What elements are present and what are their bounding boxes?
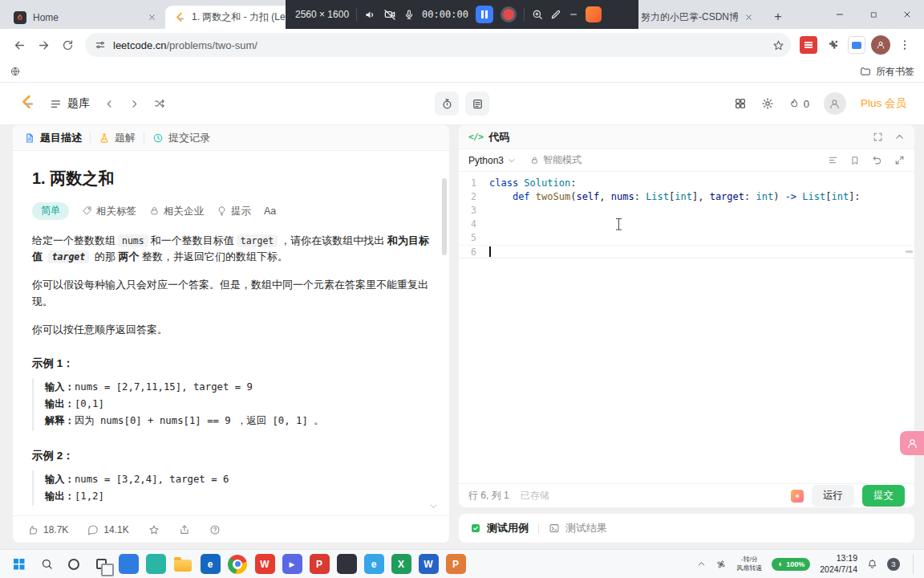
speaker-icon[interactable] <box>364 9 376 21</box>
all-bookmarks-button[interactable]: 所有书签 <box>860 65 914 79</box>
maximize-editor-icon[interactable] <box>894 155 905 165</box>
taskbar-word-icon[interactable]: W <box>415 552 441 576</box>
battery-indicator[interactable]: 100% <box>772 558 810 571</box>
like-button[interactable]: 18.7K <box>27 524 68 535</box>
new-tab-button[interactable]: + <box>768 7 788 26</box>
hint-button[interactable]: 提示 <box>217 203 251 219</box>
run-button[interactable]: 运行 <box>812 485 854 507</box>
notes-button[interactable] <box>465 92 489 116</box>
back-icon[interactable] <box>8 34 30 56</box>
notification-count-badge[interactable]: 3 <box>887 558 900 571</box>
extension-red-icon[interactable] <box>797 34 820 56</box>
test-result-tab[interactable]: 测试结果 <box>549 521 607 535</box>
extension-blue-icon[interactable] <box>845 34 868 56</box>
url-text[interactable]: leetcode.cn/problems/two-sum/ <box>113 39 257 51</box>
favorite-star-icon[interactable] <box>148 524 160 535</box>
extensions-puzzle-icon[interactable] <box>821 34 844 56</box>
code-line-1[interactable]: 1class Solution: <box>459 177 914 190</box>
daily-streak[interactable]: 0 <box>788 98 809 110</box>
taskbar-ppt-icon[interactable]: P <box>443 552 468 576</box>
taskbar-app-dark-icon[interactable] <box>334 552 359 576</box>
show-desktop-strip[interactable] <box>913 555 914 574</box>
submit-button[interactable]: 提交 <box>862 485 905 507</box>
timer-button[interactable] <box>435 92 459 116</box>
taskbar-excel-icon[interactable]: X <box>388 552 414 576</box>
language-selector[interactable]: Python3 <box>468 155 516 166</box>
maximize-button[interactable] <box>857 0 890 29</box>
taskbar-chrome-icon[interactable] <box>225 552 250 576</box>
share-icon[interactable] <box>179 524 190 535</box>
profile-avatar[interactable] <box>869 34 892 56</box>
leetcode-logo[interactable] <box>18 93 35 114</box>
code-line-5[interactable]: 5 <box>459 231 914 245</box>
taskbar-edge-icon[interactable]: e <box>197 552 223 576</box>
bookmark-globe-icon[interactable] <box>10 66 21 77</box>
close-window-button[interactable] <box>890 0 924 29</box>
ai-assistant-icon[interactable] <box>791 490 804 503</box>
browser-tab-home[interactable]: Home <box>6 6 164 29</box>
font-size-button[interactable]: Aa <box>264 203 276 219</box>
start-button[interactable] <box>6 552 32 576</box>
next-problem-icon[interactable] <box>129 99 140 109</box>
scroll-down-indicator[interactable] <box>429 502 438 511</box>
code-editor[interactable]: 1class Solution:2 def twoSum(self, nums:… <box>459 172 914 483</box>
collapse-panel-icon[interactable] <box>894 132 905 142</box>
task-view-icon[interactable] <box>88 552 114 576</box>
smart-mode-toggle[interactable]: 智能模式 <box>530 153 582 167</box>
apps-grid-icon[interactable] <box>734 97 747 110</box>
browser-menu-icon[interactable] <box>894 34 916 56</box>
feedback-floating-button[interactable] <box>900 431 924 455</box>
stop-recording-button[interactable] <box>500 6 517 22</box>
refresh-icon[interactable] <box>56 34 79 56</box>
settings-gear-icon[interactable] <box>761 97 774 110</box>
feedback-question-icon[interactable] <box>209 524 221 535</box>
plus-membership-link[interactable]: Plus 会员 <box>861 96 906 111</box>
notifications-bell-icon[interactable] <box>867 559 877 569</box>
comments-button[interactable]: 14.1K <box>87 524 128 535</box>
taskbar-app-teal-icon[interactable] <box>143 552 168 576</box>
related-tags-button[interactable]: 相关标签 <box>82 203 136 219</box>
taskbar-file-explorer-icon[interactable] <box>170 552 196 576</box>
pause-recording-button[interactable] <box>476 6 493 23</box>
cortana-icon[interactable] <box>61 552 87 576</box>
code-line-3[interactable]: 3 <box>459 204 914 218</box>
tab-solutions[interactable]: 题解 <box>99 131 136 145</box>
format-code-icon[interactable] <box>828 155 838 165</box>
prev-problem-icon[interactable] <box>104 99 115 109</box>
bookmark-code-icon[interactable] <box>850 156 860 165</box>
taskbar-pdf-app-icon[interactable]: P <box>306 552 332 576</box>
problem-bank-link[interactable]: 题库 <box>50 96 90 111</box>
minimize-recorder-icon[interactable] <box>569 10 578 19</box>
address-bar[interactable]: leetcode.cn/problems/two-sum/ <box>85 33 791 57</box>
code-line-4[interactable]: 4 <box>459 218 914 231</box>
testcase-tab[interactable]: 测试用例 <box>470 521 529 535</box>
camera-off-icon[interactable] <box>383 8 396 21</box>
bookmark-star-icon[interactable] <box>772 39 784 51</box>
taskbar-search-icon[interactable] <box>34 552 59 576</box>
taskbar-video-app-icon[interactable]: ▶ <box>279 552 305 576</box>
zoom-tool-icon[interactable] <box>532 9 543 20</box>
code-line-2[interactable]: 2 def twoSum(self, nums: List[int], targ… <box>459 190 914 204</box>
taskbar-app-blue-icon[interactable] <box>116 552 141 576</box>
taskbar-ie-icon[interactable]: e <box>361 552 387 576</box>
tab-description[interactable]: 题目描述 <box>24 131 82 145</box>
reset-code-icon[interactable] <box>872 155 882 165</box>
tab-close-icon[interactable] <box>148 13 156 22</box>
mic-icon[interactable] <box>403 9 415 20</box>
panel-scrollbar[interactable] <box>442 178 447 255</box>
hidden-icons-chevron[interactable] <box>697 560 706 568</box>
taskbar-wps-icon[interactable]: W <box>252 552 278 576</box>
related-companies-button[interactable]: 相关企业 <box>149 203 204 219</box>
tab-close-icon[interactable] <box>744 13 753 22</box>
fullscreen-icon[interactable] <box>873 132 883 142</box>
code-line-6[interactable]: 6 <box>459 245 914 258</box>
pen-tool-icon[interactable] <box>550 9 561 20</box>
taskbar-clock[interactable]: 13:19 2024/7/14 <box>820 553 857 575</box>
fan-speed-widget[interactable]: -转/分 风扇转速 <box>736 556 762 572</box>
user-avatar[interactable] <box>824 92 846 115</box>
site-info-icon[interactable] <box>95 39 106 51</box>
minimize-button[interactable] <box>823 0 857 29</box>
tab-submissions[interactable]: 提交记录 <box>152 131 210 145</box>
forward-icon[interactable] <box>32 34 55 56</box>
random-problem-icon[interactable] <box>154 98 165 109</box>
